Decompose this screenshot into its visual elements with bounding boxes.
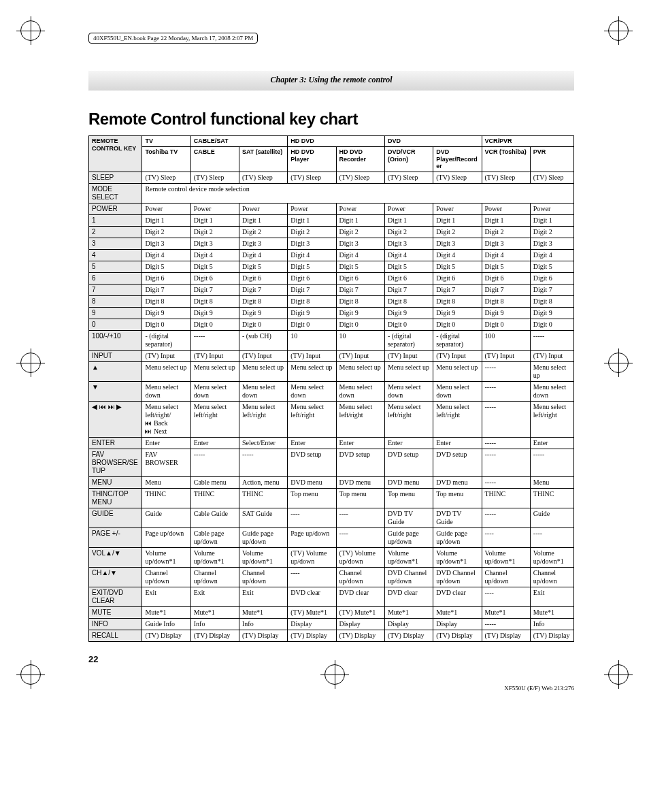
key-cell: GUIDE	[89, 508, 142, 528]
value-cell: -----	[239, 449, 288, 477]
value-cell: (TV) Sleep	[142, 172, 190, 184]
table-row: RECALL(TV) Display(TV) Display(TV) Displ…	[89, 630, 574, 642]
value-cell: Digit 3	[482, 238, 530, 250]
value-cell: Menu	[142, 477, 190, 489]
value-cell: (TV) Display	[142, 630, 190, 642]
key-cell: 6	[89, 273, 142, 285]
key-cell: POWER	[89, 204, 142, 215]
value-cell: Enter	[190, 438, 239, 449]
value-cell: Display	[288, 619, 336, 630]
value-cell: DVD menu	[336, 477, 384, 489]
value-cell: Digit 9	[384, 308, 433, 319]
value-cell: (TV) Display	[433, 630, 482, 642]
footer-code: XF550U (E/F) Web 213:276	[504, 685, 574, 692]
value-cell: Channel up/down	[142, 568, 190, 587]
value-cell: -----	[482, 619, 530, 630]
value-cell: Guide Info	[142, 619, 190, 630]
value-cell: Menu select down	[239, 382, 288, 402]
value-cell: Info	[530, 619, 573, 630]
value-cell: Digit 1	[190, 215, 239, 227]
value-cell: Digit 5	[142, 261, 190, 273]
value-cell: (TV) Sleep	[433, 172, 482, 184]
value-cell: ----	[530, 528, 573, 548]
value-cell: Top menu	[384, 489, 433, 508]
value-cell: (TV) Display	[288, 630, 336, 642]
crop-mark-icon	[608, 664, 629, 685]
value-cell: Power	[530, 204, 573, 215]
value-cell: Digit 8	[384, 296, 433, 308]
value-cell: Digit 3	[142, 238, 190, 250]
value-cell: DVD Channel up/down	[433, 568, 482, 587]
value-cell: Menu select down	[433, 382, 482, 402]
value-cell: Exit	[142, 587, 190, 607]
value-cell: (TV) Display	[384, 630, 433, 642]
table-row: 5Digit 5Digit 5Digit 5Digit 5Digit 5Digi…	[89, 261, 574, 273]
value-cell: Info	[190, 619, 239, 630]
value-cell: DVD menu	[433, 477, 482, 489]
key-cell: PAGE +/-	[89, 528, 142, 548]
table-row: 6Digit 6Digit 6Digit 6Digit 6Digit 6Digi…	[89, 273, 574, 285]
value-cell: Digit 2	[190, 227, 239, 238]
value-cell: Digit 1	[239, 215, 288, 227]
value-cell: -----	[482, 362, 530, 382]
subhead: SAT (satellite)	[239, 146, 288, 172]
table-row: MUTEMute*1Mute*1Mute*1(TV) Mute*1(TV) Mu…	[89, 607, 574, 619]
value-cell: DVD setup	[288, 449, 336, 477]
value-cell: ----	[288, 568, 336, 587]
key-cell: 1	[89, 215, 142, 227]
value-cell: Menu select up	[336, 362, 384, 382]
crop-mark-icon	[20, 20, 41, 41]
value-cell: Digit 2	[384, 227, 433, 238]
value-cell: Digit 4	[142, 250, 190, 261]
value-cell: Menu select up	[384, 362, 433, 382]
value-cell: Digit 0	[433, 319, 482, 331]
value-cell: -----	[530, 449, 573, 477]
value-cell: Digit 4	[239, 250, 288, 261]
value-cell: Digit 6	[288, 273, 336, 285]
table-row: 0Digit 0Digit 0Digit 0Digit 0Digit 0Digi…	[89, 319, 574, 331]
value-cell: DVD clear	[288, 587, 336, 607]
value-cell: Menu select left/right	[433, 402, 482, 438]
key-cell: EXIT/DVD CLEAR	[89, 587, 142, 607]
value-cell: (TV) Display	[239, 630, 288, 642]
value-cell: ----	[482, 587, 530, 607]
subhead: Toshiba TV	[142, 146, 190, 172]
value-cell: Digit 1	[384, 215, 433, 227]
value-cell: Guide page up/down	[433, 528, 482, 548]
value-cell: Digit 5	[336, 261, 384, 273]
value-cell: Enter	[142, 438, 190, 449]
group-tv: TV	[142, 136, 190, 147]
value-cell: Digit 1	[530, 215, 573, 227]
value-cell: Digit 8	[530, 296, 573, 308]
value-cell: Digit 6	[336, 273, 384, 285]
value-cell: Menu select up	[288, 362, 336, 382]
value-cell: Menu select up	[530, 362, 573, 382]
value-cell: (TV) Input	[384, 351, 433, 362]
value-cell: Top menu	[336, 489, 384, 508]
value-cell: (TV) Mute*1	[288, 607, 336, 619]
value-cell: Digit 2	[239, 227, 288, 238]
value-cell: Menu select left/right	[239, 402, 288, 438]
value-cell: THINC	[142, 489, 190, 508]
value-cell: Digit 0	[190, 319, 239, 331]
framemaker-header: 40XF550U_EN.book Page 22 Monday, March 1…	[88, 33, 258, 44]
value-cell: Digit 1	[288, 215, 336, 227]
value-cell: Page up/down	[288, 528, 336, 548]
value-cell: - (digital separator)	[433, 331, 482, 351]
value-cell: (TV) Input	[288, 351, 336, 362]
value-cell: Digit 4	[336, 250, 384, 261]
value-cell: Digit 6	[530, 273, 573, 285]
value-cell: Menu select left/right	[336, 402, 384, 438]
value-cell: Mute*1	[482, 607, 530, 619]
key-cell: VOL▲/▼	[89, 548, 142, 568]
value-cell: Guide	[530, 508, 573, 528]
value-cell: Power	[239, 204, 288, 215]
table-row: FAV BROWSER/SETUPFAV BROWSER----------DV…	[89, 449, 574, 477]
value-cell: Digit 0	[482, 319, 530, 331]
group-cablesat: CABLE/SAT	[190, 136, 288, 147]
value-cell: -----	[190, 449, 239, 477]
value-cell: Digit 9	[482, 308, 530, 319]
value-cell: Menu select left/right	[384, 402, 433, 438]
value-cell: 100	[482, 331, 530, 351]
value-cell: DVD clear	[433, 587, 482, 607]
